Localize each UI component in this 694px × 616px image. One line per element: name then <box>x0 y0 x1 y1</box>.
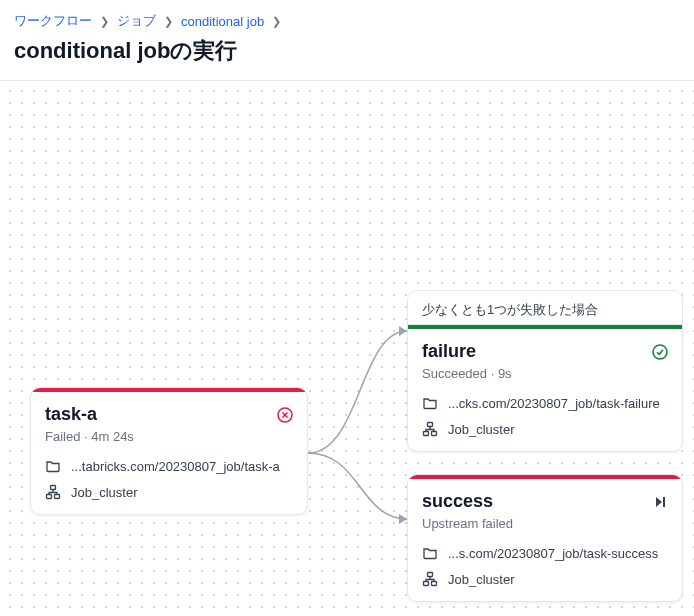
svg-rect-10 <box>663 497 665 507</box>
svg-rect-5 <box>55 495 60 499</box>
svg-rect-8 <box>424 432 429 436</box>
node-path: ...cks.com/20230807_job/task-failure <box>448 396 660 411</box>
node-success[interactable]: success Upstream failed ...s.com/2023080… <box>407 474 683 602</box>
cluster-icon <box>422 571 438 587</box>
page-title: conditional jobの実行 <box>14 36 680 66</box>
folder-icon <box>422 545 438 561</box>
node-title: task-a <box>45 404 97 425</box>
breadcrumb: ワークフロー ❯ ジョブ ❯ conditional job ❯ <box>14 12 680 30</box>
svg-rect-3 <box>51 486 56 490</box>
node-status: Upstream failed <box>422 516 668 531</box>
svg-rect-13 <box>432 582 437 586</box>
failed-icon <box>277 407 293 423</box>
breadcrumb-workflow[interactable]: ワークフロー <box>14 12 92 30</box>
svg-rect-7 <box>428 423 433 427</box>
page-header: ワークフロー ❯ ジョブ ❯ conditional job ❯ conditi… <box>0 0 694 81</box>
breadcrumb-job-name[interactable]: conditional job <box>181 14 264 29</box>
svg-rect-12 <box>424 582 429 586</box>
node-status: Failed · 4m 24s <box>45 429 293 444</box>
chevron-right-icon: ❯ <box>272 15 281 28</box>
succeeded-icon <box>652 344 668 360</box>
node-cluster: Job_cluster <box>448 572 514 587</box>
chevron-right-icon: ❯ <box>100 15 109 28</box>
node-failure[interactable]: failure Succeeded · 9s ...cks.com/202308… <box>407 324 683 452</box>
node-title: success <box>422 491 493 512</box>
cluster-icon <box>422 421 438 437</box>
chevron-right-icon: ❯ <box>164 15 173 28</box>
workflow-canvas[interactable]: task-a Failed · 4m 24s ...tabricks.com/2… <box>0 81 694 616</box>
breadcrumb-jobs[interactable]: ジョブ <box>117 12 156 30</box>
node-condition-label: 少なくとも1つが失敗した場合 <box>407 290 683 327</box>
svg-rect-9 <box>432 432 437 436</box>
folder-icon <box>422 395 438 411</box>
svg-rect-11 <box>428 573 433 577</box>
node-status: Succeeded · 9s <box>422 366 668 381</box>
node-path: ...s.com/20230807_job/task-success <box>448 546 658 561</box>
node-cluster: Job_cluster <box>71 485 137 500</box>
node-title: failure <box>422 341 476 362</box>
svg-rect-4 <box>47 495 52 499</box>
folder-icon <box>45 458 61 474</box>
node-cluster: Job_cluster <box>448 422 514 437</box>
svg-marker-0 <box>399 326 407 336</box>
svg-point-6 <box>653 345 667 359</box>
node-path: ...tabricks.com/20230807_job/task-a <box>71 459 280 474</box>
cluster-icon <box>45 484 61 500</box>
skipped-icon <box>652 494 668 510</box>
node-task-a[interactable]: task-a Failed · 4m 24s ...tabricks.com/2… <box>30 387 308 515</box>
svg-marker-1 <box>399 514 407 524</box>
